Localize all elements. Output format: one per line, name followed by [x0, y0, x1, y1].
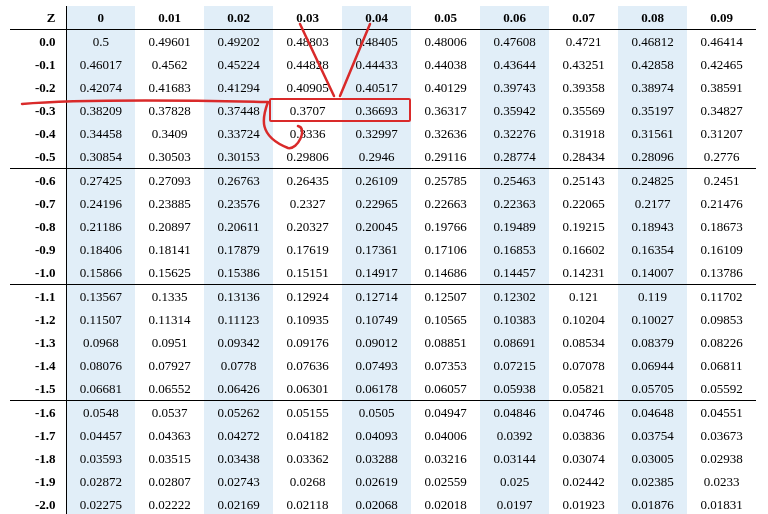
- row-header: -1.1: [10, 285, 66, 309]
- cell: 0.46812: [618, 30, 687, 54]
- cell: 0.46414: [687, 30, 756, 54]
- cell: 0.07078: [549, 354, 618, 377]
- cell: 0.21476: [687, 192, 756, 215]
- cell: 0.25785: [411, 169, 480, 193]
- cell: 0.02222: [135, 493, 204, 514]
- cell: 0.06057: [411, 377, 480, 401]
- cell: 0.121: [549, 285, 618, 309]
- cell: 0.25463: [480, 169, 549, 193]
- cell: 0.02872: [66, 470, 135, 493]
- cell: 0.09342: [204, 331, 273, 354]
- cell: 0.28096: [618, 145, 687, 169]
- cell: 0.02068: [342, 493, 411, 514]
- cell: 0.01876: [618, 493, 687, 514]
- cell: 0.02442: [549, 470, 618, 493]
- cell: 0.15151: [273, 261, 342, 285]
- cell: 0.03438: [204, 447, 273, 470]
- table-row: -0.10.460170.45620.452240.448280.444330.…: [10, 53, 756, 76]
- table-row: -0.90.184060.181410.178790.176190.173610…: [10, 238, 756, 261]
- cell: 0.03005: [618, 447, 687, 470]
- cell: 0.22363: [480, 192, 549, 215]
- cell: 0.38591: [687, 76, 756, 99]
- cell: 0.15386: [204, 261, 273, 285]
- cell: 0.1335: [135, 285, 204, 309]
- col-header: 0.03: [273, 6, 342, 30]
- cell: 0.26109: [342, 169, 411, 193]
- cell: 0.2327: [273, 192, 342, 215]
- cell: 0.03288: [342, 447, 411, 470]
- col-header: 0.01: [135, 6, 204, 30]
- cell: 0.16109: [687, 238, 756, 261]
- col-header: 0: [66, 6, 135, 30]
- cell: 0.12302: [480, 285, 549, 309]
- col-header: 0.05: [411, 6, 480, 30]
- cell: 0.05262: [204, 401, 273, 425]
- table-row: -0.30.382090.378280.374480.37070.366930.…: [10, 99, 756, 122]
- cell: 0.43251: [549, 53, 618, 76]
- table-row: -1.60.05480.05370.052620.051550.05050.04…: [10, 401, 756, 425]
- cell: 0.30503: [135, 145, 204, 169]
- cell: 0.31561: [618, 122, 687, 145]
- cell: 0.48803: [273, 30, 342, 54]
- cell: 0.025: [480, 470, 549, 493]
- cell: 0.06178: [342, 377, 411, 401]
- cell: 0.10204: [549, 308, 618, 331]
- cell: 0.17106: [411, 238, 480, 261]
- cell: 0.04006: [411, 424, 480, 447]
- cell: 0.38209: [66, 99, 135, 122]
- col-header: 0.02: [204, 6, 273, 30]
- cell: 0.17879: [204, 238, 273, 261]
- table-row: -0.50.308540.305030.301530.298060.29460.…: [10, 145, 756, 169]
- cell: 0.41683: [135, 76, 204, 99]
- cell: 0.04648: [618, 401, 687, 425]
- cell: 0.0951: [135, 331, 204, 354]
- cell: 0.16354: [618, 238, 687, 261]
- cell: 0.26435: [273, 169, 342, 193]
- cell: 0.12507: [411, 285, 480, 309]
- row-header: -1.5: [10, 377, 66, 401]
- cell: 0.21186: [66, 215, 135, 238]
- row-header: -1.0: [10, 261, 66, 285]
- cell: 0.22663: [411, 192, 480, 215]
- cell: 0.27425: [66, 169, 135, 193]
- cell: 0.07215: [480, 354, 549, 377]
- z-table-body: 0.00.50.496010.492020.488030.484050.4800…: [10, 30, 756, 515]
- cell: 0.3707: [273, 99, 342, 122]
- row-header: -0.3: [10, 99, 66, 122]
- cell: 0.01923: [549, 493, 618, 514]
- cell: 0.04846: [480, 401, 549, 425]
- col-header: 0.09: [687, 6, 756, 30]
- cell: 0.02743: [204, 470, 273, 493]
- cell: 0.11507: [66, 308, 135, 331]
- table-row: -0.20.420740.416830.412940.409050.405170…: [10, 76, 756, 99]
- row-header: 0.0: [10, 30, 66, 54]
- cell: 0.36693: [342, 99, 411, 122]
- cell: 0.39358: [549, 76, 618, 99]
- cell: 0.42074: [66, 76, 135, 99]
- cell: 0.35569: [549, 99, 618, 122]
- cell: 0.28774: [480, 145, 549, 169]
- cell: 0.10383: [480, 308, 549, 331]
- cell: 0.02807: [135, 470, 204, 493]
- cell: 0.04551: [687, 401, 756, 425]
- cell: 0.36317: [411, 99, 480, 122]
- cell: 0.04272: [204, 424, 273, 447]
- cell: 0.31918: [549, 122, 618, 145]
- table-row: -0.60.274250.270930.267630.264350.261090…: [10, 169, 756, 193]
- cell: 0.06301: [273, 377, 342, 401]
- row-header: -0.4: [10, 122, 66, 145]
- cell: 0.02938: [687, 447, 756, 470]
- cell: 0.39743: [480, 76, 549, 99]
- cell: 0.0778: [204, 354, 273, 377]
- cell: 0.16602: [549, 238, 618, 261]
- cell: 0.03362: [273, 447, 342, 470]
- cell: 0.35942: [480, 99, 549, 122]
- cell: 0.17619: [273, 238, 342, 261]
- row-header: -1.2: [10, 308, 66, 331]
- row-header: -1.3: [10, 331, 66, 354]
- cell: 0.2776: [687, 145, 756, 169]
- row-header: -0.9: [10, 238, 66, 261]
- cell: 0.18943: [618, 215, 687, 238]
- row-header: -0.8: [10, 215, 66, 238]
- cell: 0.33724: [204, 122, 273, 145]
